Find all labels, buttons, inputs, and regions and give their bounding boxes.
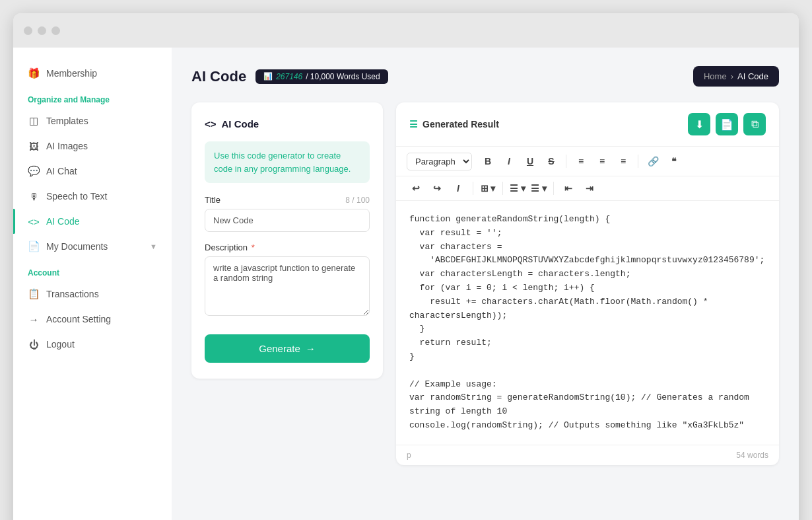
- strikethrough-button[interactable]: S: [542, 152, 560, 170]
- logout-icon: ⏻: [28, 338, 40, 350]
- link-button[interactable]: 🔗: [644, 152, 662, 170]
- sidebar-templates-label: Templates: [46, 116, 88, 126]
- sidebar-item-speech[interactable]: 🎙 Speech to Text: [13, 184, 172, 209]
- page-title-row: AI Code 📊 267146 / 10,000 Words Used: [191, 68, 388, 85]
- right-panel: ☰ Generated Result ⬇ 📄 ⧉: [396, 102, 779, 465]
- sidebar-item-transactions[interactable]: 📋 Transactions: [13, 281, 172, 307]
- words-used-count: 267146: [276, 72, 302, 81]
- redo-button[interactable]: ↪: [428, 179, 446, 198]
- left-panel: <> AI Code Use this code generator to cr…: [191, 102, 383, 379]
- code-output-area[interactable]: function generateRandomString(length) { …: [396, 201, 779, 445]
- title-field-label: Title 8 / 100: [205, 195, 370, 205]
- sidebar-item-ai-chat[interactable]: 💬 AI Chat: [13, 159, 172, 184]
- element-tag: p: [407, 451, 411, 460]
- code-bracket-icon: <>: [205, 118, 217, 130]
- copy-button[interactable]: ⧉: [743, 113, 766, 135]
- page-header: AI Code 📊 267146 / 10,000 Words Used Hom…: [191, 66, 779, 87]
- breadcrumb: Home › AI Code: [693, 66, 779, 87]
- two-col-layout: <> AI Code Use this code generator to cr…: [191, 102, 779, 465]
- editor-toolbar-row1: Paragraph B I U S ≡ ≡ ≡ 🔗 ❝: [396, 147, 779, 176]
- documents-chevron-icon: ▼: [150, 242, 157, 250]
- code-content: function generateRandomString(length) { …: [409, 213, 766, 433]
- titlebar-dot-red: [24, 26, 32, 35]
- paragraph-select[interactable]: Paragraph: [407, 153, 472, 170]
- editor-toolbar-row2: ↩ ↪ I ⊞ ▾ ☰ ▾ ☰ ▾ ⇤ ⇥: [396, 176, 779, 201]
- result-title-text: Generated Result: [423, 119, 499, 130]
- sidebar-item-ai-images[interactable]: 🖼 AI Images: [13, 133, 172, 159]
- sidebar-item-logout[interactable]: ⏻ Logout: [13, 332, 172, 357]
- lines-icon: ☰: [409, 119, 418, 130]
- toolbar-divider-1: [566, 155, 566, 168]
- left-panel-title: <> AI Code: [205, 118, 370, 130]
- sidebar-item-membership[interactable]: 🎁 Membership: [13, 61, 172, 86]
- toolbar-divider-5: [553, 182, 554, 195]
- sidebar: 🎁 Membership Organize and Manage ◫ Templ…: [13, 48, 172, 520]
- toolbar-divider-2: [638, 155, 638, 168]
- outdent-button[interactable]: ⇤: [559, 179, 578, 198]
- download-button[interactable]: ⬇: [688, 113, 710, 135]
- toolbar-divider-3: [473, 182, 473, 195]
- toolbar-divider-4: [502, 182, 503, 195]
- sidebar-ai-images-label: AI Images: [46, 141, 88, 151]
- italic-button[interactable]: I: [500, 152, 518, 170]
- underline-button[interactable]: U: [521, 152, 539, 170]
- title-char-count: 8 / 100: [345, 196, 370, 205]
- info-text: Use this code generator to create code i…: [214, 151, 351, 174]
- ai-images-icon: 🖼: [28, 140, 40, 152]
- copy-icon: ⧉: [751, 118, 759, 130]
- description-textarea[interactable]: write a javascript function to generate …: [205, 256, 370, 316]
- numbered-list-button[interactable]: ☰ ▾: [529, 179, 548, 198]
- sidebar-item-account-setting[interactable]: → Account Setting: [13, 307, 172, 332]
- sidebar-item-my-documents[interactable]: 📄 My Documents ▼: [13, 234, 172, 259]
- left-panel-title-text: AI Code: [222, 118, 259, 130]
- generate-label: Generate: [259, 343, 300, 354]
- main-layout: 🎁 Membership Organize and Manage ◫ Templ…: [13, 48, 799, 520]
- sidebar-account-setting-label: Account Setting: [46, 314, 111, 324]
- sidebar-ai-chat-label: AI Chat: [46, 166, 77, 176]
- align-left-button[interactable]: ≡: [572, 152, 590, 170]
- undo-button[interactable]: ↩: [407, 179, 425, 198]
- italic-toolbar-button[interactable]: I: [449, 179, 467, 198]
- result-actions: ⬇ 📄 ⧉: [688, 113, 766, 135]
- sidebar-transactions-label: Transactions: [46, 289, 99, 299]
- sidebar-my-documents-label: My Documents: [46, 241, 108, 252]
- page-title: AI Code: [191, 68, 246, 85]
- sidebar-membership-label: Membership: [46, 68, 97, 79]
- templates-icon: ◫: [28, 115, 40, 127]
- sidebar-speech-label: Speech to Text: [46, 191, 107, 202]
- title-input[interactable]: [205, 209, 370, 232]
- ai-code-icon: <>: [28, 215, 40, 227]
- right-panel-header: ☰ Generated Result ⬇ 📄 ⧉: [396, 102, 779, 147]
- bullet-list-button[interactable]: ☰ ▾: [508, 179, 527, 198]
- words-used-badge: 📊 267146 / 10,000 Words Used: [255, 69, 388, 84]
- documents-icon: 📄: [28, 241, 40, 252]
- align-right-button[interactable]: ≡: [614, 152, 632, 170]
- breadcrumb-home: Home: [704, 71, 727, 81]
- sidebar-logout-label: Logout: [46, 339, 75, 350]
- main-content: AI Code 📊 267146 / 10,000 Words Used Hom…: [172, 48, 799, 520]
- titlebar-dot-yellow: [38, 26, 46, 35]
- download-icon: ⬇: [695, 118, 704, 131]
- export-button[interactable]: 📄: [716, 113, 738, 135]
- result-title: ☰ Generated Result: [409, 119, 499, 130]
- quote-button[interactable]: ❝: [665, 152, 683, 170]
- organize-section-label: Organize and Manage: [13, 86, 172, 108]
- bold-button[interactable]: B: [479, 152, 497, 170]
- sidebar-item-templates[interactable]: ◫ Templates: [13, 108, 172, 133]
- sidebar-ai-code-label: AI Code: [46, 216, 80, 227]
- align-center-button[interactable]: ≡: [593, 152, 611, 170]
- titlebar-dot-green: [51, 26, 60, 35]
- account-section-label: Account: [13, 259, 172, 281]
- words-used-label: / 10,000 Words Used: [306, 72, 380, 81]
- ai-chat-icon: 💬: [28, 165, 40, 177]
- sidebar-item-ai-code[interactable]: <> AI Code: [13, 209, 172, 234]
- table-button[interactable]: ⊞ ▾: [479, 179, 497, 198]
- titlebar: [13, 13, 799, 48]
- breadcrumb-separator: ›: [731, 71, 733, 81]
- generate-button[interactable]: Generate →: [205, 334, 370, 363]
- generate-arrow-icon: →: [306, 343, 316, 354]
- speech-icon: 🎙: [28, 190, 40, 202]
- description-field-label: Description *: [205, 242, 370, 252]
- indent-button[interactable]: ⇥: [580, 179, 599, 198]
- membership-icon: 🎁: [28, 67, 40, 79]
